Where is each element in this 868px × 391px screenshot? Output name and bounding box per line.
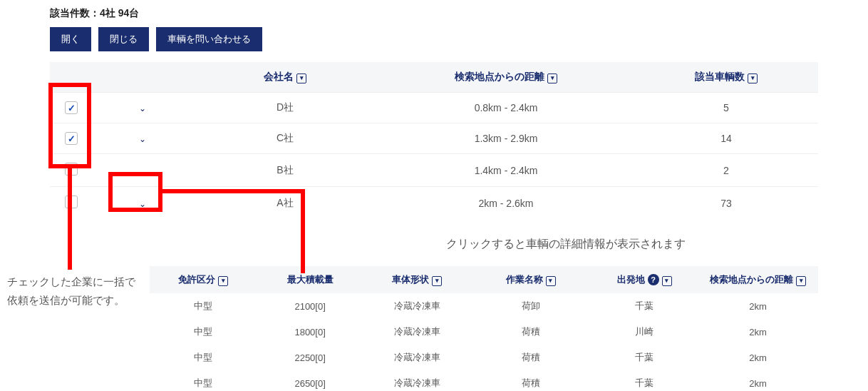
col-expand (93, 62, 192, 93)
cell-origin: 千葉 (591, 345, 698, 370)
dropdown-icon[interactable] (547, 73, 557, 83)
col-origin[interactable]: 出発地? (591, 266, 698, 293)
company-cell: C社 (192, 123, 378, 154)
distance-cell: 0.8km - 2.4km (378, 93, 634, 123)
row-checkbox[interactable] (65, 132, 78, 145)
table-row: 中型 2250[0] 冷蔵冷凍車 荷積 千葉 2km (150, 345, 818, 370)
row-checkbox[interactable] (65, 163, 78, 176)
distance-cell: 1.4km - 2.4km (378, 154, 634, 187)
help-icon[interactable]: ? (648, 274, 659, 285)
company-table: 会社名 検索地点からの距離 該当車輌数 ⌄ D社 0.8km - 2.4km 5… (50, 62, 818, 219)
count-cell: 73 (634, 187, 818, 220)
count-cell: 14 (634, 123, 818, 154)
cell-body: 冷蔵冷凍車 (363, 345, 470, 370)
table-row: ⌄ A社 2km - 2.6km 73 (50, 187, 818, 220)
count-cell: 5 (634, 93, 818, 123)
cell-work: 荷積 (470, 370, 591, 391)
cell-maxload: 2250[0] (257, 345, 363, 370)
cell-distance: 2km (698, 370, 818, 391)
company-cell: D社 (192, 93, 378, 123)
cell-origin: 千葉 (591, 293, 698, 319)
close-button[interactable]: 閉じる (98, 27, 149, 51)
open-button[interactable]: 開く (50, 27, 91, 51)
chevron-down-icon[interactable]: ⌄ (139, 199, 146, 209)
col-work[interactable]: 作業名称 (470, 266, 591, 293)
cell-license: 中型 (150, 345, 257, 370)
cell-body: 冷蔵冷凍車 (363, 370, 470, 391)
row-checkbox[interactable] (65, 101, 78, 114)
vehicle-detail-table: 免許区分 最大積載量 車体形状 作業名称 出発地? 検索地点からの距離 中型 2… (150, 266, 818, 391)
dropdown-icon[interactable] (662, 276, 672, 286)
row-checkbox[interactable] (65, 196, 78, 208)
cell-body: 冷蔵冷凍車 (363, 293, 470, 319)
table-row: 中型 1800[0] 冷蔵冷凍車 荷積 川崎 2km (150, 319, 818, 345)
table-row: ⌄ D社 0.8km - 2.4km 5 (50, 93, 818, 123)
col-count[interactable]: 該当車輌数 (634, 62, 818, 93)
dropdown-icon[interactable] (296, 73, 306, 83)
table-row: ⌄ B社 1.4km - 2.4km 2 (50, 154, 818, 187)
table-row: 中型 2650[0] 冷蔵冷凍車 荷積 千葉 2km (150, 370, 818, 391)
cell-distance: 2km (698, 345, 818, 370)
col-checkbox (50, 62, 93, 93)
cell-license: 中型 (150, 370, 257, 391)
cell-license: 中型 (150, 293, 257, 319)
dropdown-icon[interactable] (796, 276, 806, 286)
table-row: 中型 2100[0] 冷蔵冷凍車 荷卸 千葉 2km (150, 293, 818, 319)
col-body[interactable]: 車体形状 (363, 266, 470, 293)
chevron-down-icon[interactable]: ⌄ (139, 166, 146, 176)
inquire-button[interactable]: 車輌を問い合わせる (156, 27, 262, 51)
distance-cell: 1.3km - 2.9km (378, 123, 634, 154)
count-cell: 2 (634, 154, 818, 187)
col-company[interactable]: 会社名 (192, 62, 378, 93)
dropdown-icon[interactable] (218, 276, 228, 286)
cell-origin: 千葉 (591, 370, 698, 391)
col-license[interactable]: 免許区分 (150, 266, 257, 293)
dropdown-icon[interactable] (432, 276, 442, 286)
dropdown-icon[interactable] (748, 73, 758, 83)
result-summary: 該当件数：4社 94台 (50, 7, 818, 20)
cell-distance: 2km (698, 293, 818, 319)
chevron-down-icon[interactable]: ⌄ (139, 134, 146, 144)
cell-work: 荷積 (470, 319, 591, 345)
expand-caption: クリックすると車輌の詳細情報が表示されます (314, 237, 818, 252)
company-cell: B社 (192, 154, 378, 187)
chevron-down-icon[interactable]: ⌄ (139, 103, 146, 113)
cell-work: 荷卸 (470, 293, 591, 319)
cell-body: 冷蔵冷凍車 (363, 319, 470, 345)
col-maxload: 最大積載量 (257, 266, 363, 293)
cell-maxload: 1800[0] (257, 319, 363, 345)
cell-origin: 川崎 (591, 319, 698, 345)
checkbox-note: チェックした企業に一括で依頼を送信が可能です。 (7, 273, 139, 309)
cell-distance: 2km (698, 319, 818, 345)
table-row: ⌄ C社 1.3km - 2.9km 14 (50, 123, 818, 154)
cell-maxload: 2650[0] (257, 370, 363, 391)
distance-cell: 2km - 2.6km (378, 187, 634, 220)
dropdown-icon[interactable] (546, 276, 556, 286)
cell-work: 荷積 (470, 345, 591, 370)
cell-maxload: 2100[0] (257, 293, 363, 319)
cell-license: 中型 (150, 319, 257, 345)
company-cell: A社 (192, 187, 378, 220)
col-distance[interactable]: 検索地点からの距離 (378, 62, 634, 93)
col-distance2[interactable]: 検索地点からの距離 (698, 266, 818, 293)
